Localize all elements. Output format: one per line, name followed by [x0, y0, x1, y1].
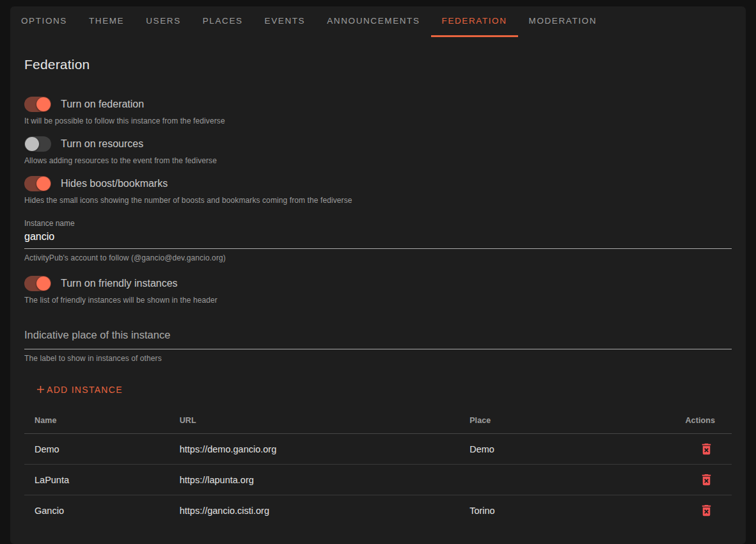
resources-toggle[interactable] — [24, 136, 51, 152]
tab-events[interactable]: EVENTS — [254, 6, 317, 37]
delete-instance-button[interactable] — [698, 440, 715, 458]
setting-turn-on-federation: Turn on federation It will be possible t… — [24, 97, 732, 125]
tab-moderation[interactable]: MODERATION — [518, 6, 608, 37]
tab-federation[interactable]: FEDERATION — [431, 6, 518, 37]
setting-hides-boost-bookmarks: Hides boost/bookmarks Hides the small ic… — [24, 176, 732, 205]
tab-theme[interactable]: THEME — [78, 6, 135, 37]
toggle-thumb — [36, 97, 51, 111]
toggle-thumb — [36, 177, 51, 191]
toggle-hint: It will be possible to follow this insta… — [24, 116, 732, 125]
delete-instance-button[interactable] — [698, 502, 715, 519]
toggle-hint: The list of friendly instances will be s… — [24, 296, 732, 305]
setting-turn-on-resources: Turn on resources Allows adding resource… — [24, 136, 732, 165]
delete-instance-button[interactable] — [698, 471, 715, 488]
column-header-name: Name — [24, 407, 169, 434]
indicative-place-hint: The label to show in instances of others — [24, 354, 732, 363]
indicative-place-field-group: The label to show in instances of others — [24, 328, 732, 363]
instance-place-cell — [459, 465, 661, 495]
hide-boost-toggle[interactable] — [24, 176, 51, 191]
instance-place-cell: Torino — [459, 495, 661, 526]
indicative-place-input[interactable] — [24, 328, 732, 349]
toggle-label: Turn on resources — [61, 138, 143, 150]
instance-name-label: Instance name — [24, 219, 732, 228]
instance-name-cell: Demo — [24, 434, 169, 465]
tab-options[interactable]: OPTIONS — [10, 6, 78, 37]
toggle-thumb — [36, 276, 51, 291]
instance-name-hint: ActivityPub's account to follow (@gancio… — [24, 253, 732, 262]
trash-delete-icon — [699, 449, 714, 458]
toggle-label: Turn on friendly instances — [61, 278, 178, 289]
toggle-hint: Allows adding resources to the event fro… — [24, 156, 732, 165]
instance-name-input[interactable] — [24, 228, 732, 249]
instance-url-cell: https://gancio.cisti.org — [169, 495, 459, 526]
friendly-instances-toggle[interactable] — [24, 276, 51, 291]
page-title: Federation — [24, 57, 732, 72]
tab-announcements[interactable]: ANNOUNCEMENTS — [316, 6, 430, 37]
trash-delete-icon — [699, 510, 714, 520]
federation-toggle[interactable] — [24, 97, 51, 112]
toggle-label: Hides boost/bookmarks — [61, 178, 168, 189]
federation-settings-panel: Federation Turn on federation It will be… — [10, 57, 746, 526]
instances-table: Name URL Place Actions Demo https://demo… — [24, 407, 732, 526]
column-header-url: URL — [169, 407, 459, 434]
plus-icon — [35, 383, 47, 396]
toggle-hint: Hides the small icons showing the number… — [24, 196, 732, 205]
instance-name-field-group: Instance name ActivityPub's account to f… — [24, 219, 732, 262]
toggle-thumb — [25, 137, 39, 151]
table-row: Gancio https://gancio.cisti.org Torino — [24, 495, 732, 526]
tab-users[interactable]: USERS — [135, 6, 192, 37]
tab-places[interactable]: PLACES — [192, 6, 254, 37]
column-header-actions: Actions — [661, 407, 732, 434]
instance-name-cell: LaPunta — [24, 465, 169, 495]
instance-url-cell: https://demo.gancio.org — [169, 434, 459, 465]
add-instance-button[interactable]: ADD INSTANCE — [28, 378, 129, 401]
table-row: LaPunta https://lapunta.org — [24, 465, 732, 495]
column-header-place: Place — [459, 407, 661, 434]
toggle-label: Turn on federation — [61, 99, 144, 110]
trash-delete-icon — [699, 479, 714, 489]
setting-friendly-instances: Turn on friendly instances The list of f… — [24, 276, 732, 305]
admin-tabbar: OPTIONS THEME USERS PLACES EVENTS ANNOUN… — [10, 6, 746, 37]
admin-panel-card: OPTIONS THEME USERS PLACES EVENTS ANNOUN… — [10, 6, 746, 544]
instance-url-cell: https://lapunta.org — [169, 465, 459, 495]
add-instance-label: ADD INSTANCE — [47, 385, 123, 395]
table-header-row: Name URL Place Actions — [24, 407, 732, 434]
instance-name-cell: Gancio — [24, 495, 169, 526]
table-row: Demo https://demo.gancio.org Demo — [24, 434, 732, 465]
instance-place-cell: Demo — [459, 434, 661, 465]
